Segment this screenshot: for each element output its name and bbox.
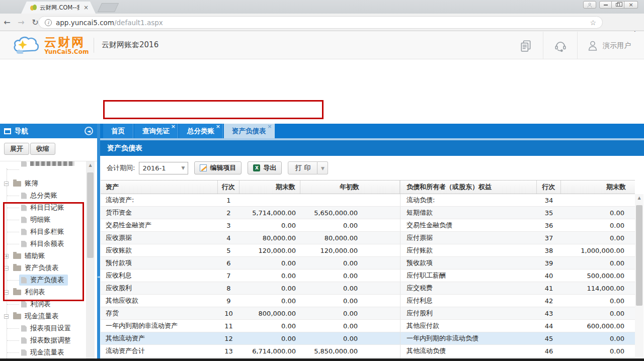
col-row-no-2: 行次	[537, 180, 561, 194]
splitter-collapse-icon[interactable]: ◄	[97, 275, 100, 279]
collapse-minus-icon[interactable]: −	[4, 314, 9, 319]
forward-icon[interactable]: →	[14, 18, 28, 27]
tree-item-资产负债表[interactable]: −资产负债表	[0, 262, 86, 274]
table-row[interactable]: 流动资产合计136,714,000.005,850,000.00其他流动负债46…	[101, 345, 635, 357]
edit-items-button[interactable]: 编辑项目	[194, 161, 242, 174]
support-button[interactable]	[543, 32, 577, 59]
tab-close-icon[interactable]: ×	[216, 124, 220, 129]
tree-item-总分类账[interactable]: 总分类账	[0, 190, 86, 202]
tree-item-账簿[interactable]: −账簿	[0, 177, 86, 190]
tab-首页[interactable]: 首页	[103, 124, 133, 138]
back-icon[interactable]: ←	[0, 18, 14, 27]
tree-item-资产负债表[interactable]: 资产负债表	[0, 274, 86, 286]
tree-item-现金流量表[interactable]: 现金流量表	[0, 346, 86, 358]
url-field[interactable]: i app.yuncai5.com/default1.aspx ☆	[38, 16, 603, 29]
table-row[interactable]: 其他应收款90.000.00应付利息420.00	[101, 295, 635, 307]
collapse-minus-icon[interactable]: −	[4, 290, 9, 295]
asset-beginning-cell: 0.00	[300, 219, 400, 231]
scroll-up-icon[interactable]: ▲	[635, 194, 643, 202]
documents-button[interactable]	[509, 32, 543, 59]
period-select[interactable]: 2016-1 ▼	[139, 162, 188, 174]
liability-row-no-cell: 44	[537, 320, 561, 332]
tab-总分类账[interactable]: 总分类账×	[179, 124, 223, 138]
tree-item-科目日记账[interactable]: 科目日记账	[0, 202, 86, 214]
asset-beginning-cell: 0.00	[300, 332, 400, 344]
file-icon	[21, 229, 27, 235]
print-button[interactable]: 打印	[288, 161, 317, 174]
restore-button[interactable]	[612, 1, 624, 9]
browser-tab-close-icon[interactable]: ×	[84, 4, 89, 11]
tree-item-label: 现金流量表	[30, 348, 64, 357]
url-path: /default1.aspx	[114, 19, 163, 27]
asset-name-cell: 应收利息	[101, 269, 218, 282]
asset-row-no-cell: 7	[218, 269, 239, 282]
table-vertical-scrollbar[interactable]: ▲ ▼	[635, 194, 643, 361]
new-tab-button[interactable]	[98, 3, 119, 12]
sidebar-title: 导航	[15, 127, 85, 136]
tree-item-现金流量表[interactable]: −现金流量表	[0, 310, 86, 322]
asset-row-no-cell: 6	[218, 257, 239, 269]
table-row[interactable]: 应收票据480,000.0080,000.00应付票据370.00	[101, 232, 635, 244]
table-body: 流动资产:1流动负债:34货币资金25,714,000.005,650,000.…	[101, 194, 635, 361]
collapse-minus-icon[interactable]: −	[4, 182, 9, 186]
liability-name-cell: 应付股利	[400, 307, 537, 319]
tab-资产负债表[interactable]: 资产负债表×	[224, 124, 275, 138]
asset-name-cell: 其他流动资产	[101, 332, 218, 344]
tree-item-辅助账[interactable]: +辅助账	[0, 250, 86, 262]
tree-connector	[7, 244, 19, 244]
liability-row-no-cell: 42	[537, 295, 561, 307]
tree-scroll-thumb[interactable]	[87, 172, 94, 258]
table-row[interactable]: 应收利息70.000.00应付职工薪酬40500,000.00	[101, 269, 635, 282]
liability-name-cell: 应交税费	[400, 282, 537, 294]
scroll-up-icon[interactable]: ▲	[86, 161, 95, 169]
tree-item-科目余额表[interactable]: 科目余额表	[0, 238, 86, 250]
collapse-all-button[interactable]: 收缩	[30, 143, 55, 155]
vscroll-thumb[interactable]	[636, 205, 642, 306]
bookmark-star-icon[interactable]: ☆	[590, 19, 596, 27]
tree-item-利润表[interactable]: −利润表	[0, 286, 86, 298]
asset-beginning-cell: 0.00	[300, 257, 400, 269]
app-logo[interactable]: 云财网 YunCai5.Com	[12, 35, 89, 57]
expand-plus-icon[interactable]: +	[4, 254, 9, 258]
table-row[interactable]: 预付款项60.000.00预收款项390.00	[101, 257, 635, 269]
asset-row-no-cell: 5	[218, 244, 239, 256]
browser-profile-button[interactable]	[583, 1, 596, 9]
table-row[interactable]: 一年内到期的非流动资产110.000.00其他应付款44600,000.00	[101, 320, 635, 332]
tab-close-icon[interactable]: ×	[267, 124, 272, 129]
tree-scrollbar[interactable]: ▲ ▼	[86, 161, 95, 361]
table-row[interactable]: 流动资产:1流动负债:34	[101, 194, 635, 207]
tree-item-报表项目设置[interactable]: 报表项目设置	[0, 322, 86, 334]
sidebar-collapse-icon[interactable]: ◄	[85, 127, 93, 135]
expand-all-button[interactable]: 展开	[4, 143, 29, 155]
table-row[interactable]: 应收账款5120,000.00120,000.00应付账款381,000,000…	[101, 244, 635, 257]
table-row[interactable]: 交易性金融资产30.000.00交易性金融负债360.00	[101, 219, 635, 232]
tree-item-报表数据调整[interactable]: 报表数据调整	[0, 334, 86, 346]
person-icon	[587, 2, 593, 8]
file-icon	[21, 277, 27, 284]
collapse-minus-icon[interactable]: −	[4, 266, 9, 270]
asset-name-cell: 流动资产:	[101, 194, 218, 206]
table-row[interactable]: 存货10800,000.000.00应付股利430.00	[101, 307, 635, 320]
asset-ending-cell: 0.00	[239, 295, 300, 307]
tree-item-科目多栏账[interactable]: 科目多栏账	[0, 226, 86, 238]
tree-item-明细账[interactable]: 明细账	[0, 214, 86, 226]
export-button[interactable]: X 导出	[248, 161, 282, 174]
asset-row-no-cell: 2	[218, 207, 239, 219]
browser-tab[interactable]: 云财网.COM--我的账套 ×	[21, 2, 96, 14]
table-row[interactable]: 应收股利80.000.00应交税费41114,000.00	[101, 282, 635, 295]
close-button[interactable]: ×	[624, 1, 638, 9]
tree-item-clipped[interactable]	[0, 161, 86, 177]
print-dropdown-icon[interactable]: ▼	[317, 161, 328, 174]
tab-close-icon[interactable]: ×	[171, 124, 176, 129]
tree-item-利润表[interactable]: 利润表	[0, 298, 86, 310]
page-info-icon[interactable]: i	[45, 19, 52, 26]
table-row[interactable]: 货币资金25,714,000.005,650,000.00短期借款350.00	[101, 207, 635, 219]
tree-item-content: 明细账	[19, 214, 54, 225]
user-menu[interactable]: 演示用户	[577, 32, 640, 59]
tree-item-label: 账簿	[25, 179, 38, 188]
asset-ending-cell: 120,000.00	[239, 244, 300, 256]
tab-查询凭证[interactable]: 查询凭证×	[134, 124, 178, 138]
table-row[interactable]: 其他流动资产120.000.00一年内到期的非流动负债450.00	[101, 332, 635, 345]
tree-item-content: 利润表	[11, 287, 49, 298]
minimize-button[interactable]	[599, 1, 612, 9]
